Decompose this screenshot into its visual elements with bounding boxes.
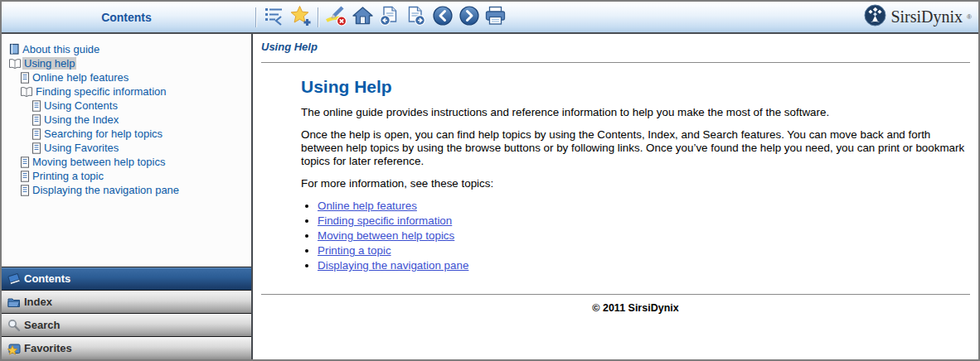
topic-link-displaying-the-navigation-pane[interactable]: Displaying the navigation pane	[318, 259, 468, 272]
tree-item-label[interactable]: Displaying the navigation pane	[31, 184, 181, 196]
topic-paragraph: Once the help is open, you can find help…	[301, 128, 968, 168]
tree-item-label[interactable]: About this guide	[21, 43, 101, 55]
bottom-divider	[261, 294, 970, 295]
next-topic-icon	[405, 5, 427, 30]
tree-item-using-help[interactable]: Using help	[5, 56, 248, 70]
hide-navigation-button[interactable]	[263, 6, 285, 28]
page-title: Using Help	[301, 77, 968, 97]
index-folder-icon	[7, 296, 22, 309]
sirsidynix-logo-icon	[864, 4, 886, 30]
search-icon	[7, 319, 22, 332]
tree-item-using-contents[interactable]: Using Contents	[5, 99, 248, 113]
nav-tab-contents[interactable]: Contents	[2, 267, 251, 290]
back-button[interactable]	[431, 6, 454, 28]
topic-link-moving-between-help-topics[interactable]: Moving between help topics	[318, 229, 454, 242]
tree-item-label[interactable]: Using help	[22, 57, 76, 70]
topic-link-printing-a-topic[interactable]: Printing a topic	[318, 244, 391, 257]
main-area: About this guideUsing helpOnline help fe…	[2, 34, 978, 359]
toolbar	[251, 6, 507, 28]
print-button[interactable]	[484, 6, 507, 28]
nav-tab-label: Index	[24, 296, 52, 308]
book-icon	[7, 272, 22, 286]
topic-paragraph: The online guide provides instructions a…	[301, 106, 968, 119]
page-icon	[32, 114, 41, 126]
tree-item-printing-a-topic[interactable]: Printing a topic	[5, 169, 248, 183]
tree-item-label[interactable]: Printing a topic	[31, 170, 105, 182]
tree-item-using-the-index[interactable]: Using the Index	[5, 113, 248, 127]
contents-pane-header: Contents	[2, 11, 251, 24]
navigation-pane: About this guideUsing helpOnline help fe…	[2, 34, 253, 359]
page-icon	[32, 142, 41, 154]
favorites-icon	[7, 342, 22, 355]
topic-link-item: Finding specific information	[318, 214, 968, 227]
tree-item-label[interactable]: Finding specific information	[34, 85, 168, 98]
registered-mark: ®	[967, 13, 972, 21]
topic-link-item: Displaying the navigation pane	[318, 259, 968, 272]
tree-item-searching-for-help-topics[interactable]: Searching for help topics	[5, 127, 248, 141]
contents-tree: About this guideUsing helpOnline help fe…	[2, 34, 251, 267]
page-icon	[20, 156, 30, 168]
nav-tab-favorites[interactable]: Favorites	[2, 336, 251, 359]
nav-tab-search[interactable]: Search	[2, 313, 251, 336]
nav-tab-label: Favorites	[24, 342, 72, 354]
tree-item-label[interactable]: Online help features	[31, 71, 130, 84]
closed-book-icon	[8, 43, 20, 55]
forward-icon	[458, 5, 480, 30]
hide-navigation-icon	[264, 5, 285, 30]
tree-item-moving-between-help-topics[interactable]: Moving between help topics	[5, 155, 248, 169]
page-icon	[20, 171, 30, 182]
home-icon	[352, 5, 374, 30]
page-icon	[20, 185, 30, 196]
copyright: © 2011 SirsiDynix	[301, 302, 970, 314]
topic-links-list: Online help featuresFinding specific inf…	[301, 200, 968, 272]
tree-item-online-help-features[interactable]: Online help features	[5, 70, 248, 84]
logo-text: SirsiDynix	[890, 7, 963, 26]
previous-topic-icon	[378, 5, 400, 30]
topic-link-online-help-features[interactable]: Online help features	[318, 200, 417, 212]
top-divider	[261, 62, 970, 63]
next-topic-button[interactable]	[405, 6, 427, 28]
add-favorite-icon	[290, 5, 312, 30]
topic-link-finding-specific-information[interactable]: Finding specific information	[318, 214, 452, 227]
tree-item-label[interactable]: Searching for help topics	[42, 128, 164, 140]
open-book-icon	[8, 58, 22, 70]
nav-tab-index[interactable]: Index	[2, 290, 251, 313]
back-icon	[432, 5, 454, 30]
tree-item-displaying-the-navigation-pane[interactable]: Displaying the navigation pane	[5, 183, 248, 197]
sirsidynix-logo: SirsiDynix®	[864, 2, 972, 32]
page-icon	[32, 100, 41, 112]
add-favorite-button[interactable]	[289, 6, 312, 28]
remove-highlight-button[interactable]	[325, 6, 347, 28]
forward-button[interactable]	[458, 6, 480, 28]
nav-tab-label: Contents	[24, 272, 70, 285]
print-icon	[484, 5, 507, 30]
page-icon	[20, 72, 30, 84]
tree-item-label[interactable]: Moving between help topics	[31, 156, 167, 168]
top-strip: Contents SirsiDynix®	[2, 2, 978, 34]
open-book-icon	[20, 86, 33, 98]
nav-accordion: ContentsIndexSearchFavorites	[2, 267, 251, 359]
topic-content: Using Help Using Help The online guide p…	[253, 34, 978, 359]
remove-highlight-icon	[325, 5, 347, 30]
home-button[interactable]	[352, 6, 374, 28]
pane-title: Contents	[101, 11, 152, 24]
topic-body: Using Help The online guide provides ins…	[301, 77, 968, 272]
help-window: Contents SirsiDynix® About this guideUsi…	[0, 0, 980, 361]
tree-item-using-favorites[interactable]: Using Favorites	[5, 141, 248, 155]
tree-item-finding-specific-information[interactable]: Finding specific information	[5, 84, 248, 99]
topic-paragraph: For more information, see these topics:	[301, 177, 968, 190]
breadcrumb: Using Help	[261, 41, 970, 53]
toolbar-separator	[318, 7, 319, 27]
page-icon	[32, 128, 41, 140]
tree-item-label[interactable]: Using Contents	[42, 99, 119, 112]
nav-tab-label: Search	[24, 319, 60, 331]
tree-item-label[interactable]: Using Favorites	[42, 142, 120, 154]
tree-item-label[interactable]: Using the Index	[42, 113, 120, 126]
topic-link-item: Online help features	[318, 200, 968, 212]
topic-link-item: Moving between help topics	[318, 229, 968, 242]
topic-link-item: Printing a topic	[318, 244, 968, 257]
toolbar-separator	[255, 7, 257, 27]
previous-topic-button[interactable]	[378, 6, 400, 28]
tree-item-about-this-guide[interactable]: About this guide	[5, 42, 248, 56]
